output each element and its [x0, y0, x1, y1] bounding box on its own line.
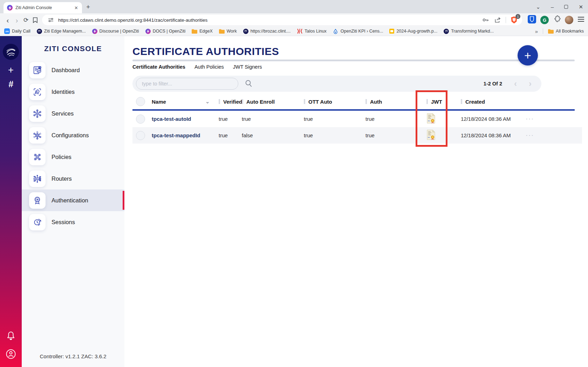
- column-name[interactable]: Name ⌄: [149, 99, 215, 105]
- column-auth[interactable]: Auth: [362, 99, 423, 105]
- bookmarks-bar: zm Daily Call Ziti Edge Managem... Disco…: [0, 27, 588, 36]
- identities-fingerprint-icon: [29, 84, 46, 100]
- column-auto-enroll[interactable]: Auto Enroll: [238, 99, 300, 105]
- sidebar-item-services[interactable]: Services: [22, 103, 124, 124]
- minimize-icon[interactable]: –: [551, 4, 554, 9]
- profile-avatar[interactable]: [565, 16, 573, 24]
- table-row[interactable]: tpca-test-autoId true true true true: [132, 111, 582, 127]
- bookmark-ziti-edge[interactable]: Ziti Edge Managem...: [37, 29, 86, 34]
- bookmark-growth-doc[interactable]: 2024-Aug-growth.p...: [389, 29, 437, 34]
- configurations-network-icon: [29, 127, 46, 144]
- bookmark-icon[interactable]: [31, 15, 39, 25]
- search-icon[interactable]: [245, 79, 253, 88]
- bookmark-openziti-kpi[interactable]: OpenZiti KPI › Cens...: [333, 28, 383, 34]
- ziti-logo-icon[interactable]: [3, 44, 19, 60]
- folder-icon: [192, 28, 197, 34]
- sidebar-item-routers[interactable]: Routers: [22, 168, 124, 189]
- bookmark-transforming-markd[interactable]: Transforming Markd...: [444, 29, 494, 34]
- rail-hash-icon[interactable]: #: [8, 80, 13, 89]
- grammarly-extension-icon[interactable]: G: [540, 16, 549, 24]
- bookmark-edgex[interactable]: EdgeX: [192, 28, 213, 34]
- reload-icon[interactable]: ⟳: [22, 15, 30, 25]
- table-row[interactable]: tpca-test-mappedId true false true true: [132, 127, 582, 144]
- auto-enroll-value: true: [238, 116, 300, 122]
- created-value: 12/18/2024 08:36 AM: [457, 132, 524, 138]
- sidebar-item-policies[interactable]: Policies: [22, 146, 124, 168]
- browser-menu-icon[interactable]: [577, 16, 584, 23]
- url-text[interactable]: https://ctrl.cdaws.clint.demo.openziti.o…: [58, 18, 478, 23]
- jwt-certificate-icon[interactable]: [423, 130, 457, 141]
- slides-icon: [389, 29, 394, 34]
- address-bar[interactable]: https://ctrl.cdaws.clint.demo.openziti.o…: [42, 15, 522, 25]
- bookmark-docs-openziti[interactable]: DOCS | OpenZiti: [145, 29, 186, 34]
- subtabs: Certificate Authorities Auth Policies JW…: [132, 64, 588, 70]
- filter-input[interactable]: [136, 78, 238, 90]
- tab-certificate-authorities[interactable]: Certificate Authorities: [132, 64, 185, 70]
- password-key-icon[interactable]: [481, 15, 490, 25]
- bookmark-discourse-openziti[interactable]: Discourse | OpenZiti: [92, 29, 139, 34]
- jwt-certificate-icon[interactable]: [423, 113, 457, 125]
- bookmark-talos-linux[interactable]: Talos Linux: [297, 28, 327, 34]
- droplet-icon: [333, 28, 339, 34]
- share-icon[interactable]: [493, 15, 502, 25]
- new-tab-button[interactable]: +: [86, 4, 90, 10]
- back-icon[interactable]: ‹: [4, 15, 12, 25]
- row-checkbox[interactable]: [132, 131, 149, 140]
- select-all-checkbox[interactable]: [132, 97, 149, 106]
- column-separator: [461, 99, 462, 104]
- zac-app: + # ZITI CONSOLE: [0, 36, 588, 367]
- bitwarden-extension-icon[interactable]: [528, 15, 536, 25]
- extensions-puzzle-icon[interactable]: [553, 15, 561, 25]
- pagination-next-icon[interactable]: ›: [529, 79, 532, 88]
- add-certificate-authority-button[interactable]: +: [518, 45, 538, 65]
- browser-tab[interactable]: Ziti Admin Console ✕: [4, 2, 82, 13]
- site-info-icon[interactable]: [46, 15, 55, 25]
- sidebar-item-dashboard[interactable]: Dashboard: [22, 59, 124, 81]
- close-window-icon[interactable]: ✕: [579, 4, 583, 9]
- ziti-favicon-icon: [7, 5, 13, 11]
- rail-add-icon[interactable]: +: [8, 65, 14, 75]
- sidebar-item-label: Authentication: [52, 197, 88, 204]
- tab-auth-policies[interactable]: Auth Policies: [194, 64, 224, 70]
- browser-toolbar: ‹ › ⟳ https://ctrl.cdaws.clint.demo.open…: [0, 13, 588, 27]
- ca-name[interactable]: tpca-test-autoId: [149, 116, 215, 122]
- sidebar-item-label: Dashboard: [52, 67, 80, 74]
- brave-shield-icon[interactable]: 1: [510, 15, 519, 25]
- tab-jwt-signers[interactable]: JWT Signers: [233, 64, 262, 70]
- bookmark-daily-call[interactable]: zm Daily Call: [4, 28, 30, 34]
- sort-chevron-icon[interactable]: ⌄: [205, 99, 210, 104]
- version-footer: Controller: v1.2.1 ZAC: 3.6.2: [22, 353, 124, 359]
- sidebar-item-sessions[interactable]: Sessions: [22, 211, 124, 233]
- ca-name[interactable]: tpca-test-mappedId: [149, 132, 215, 138]
- sidebar-item-configurations[interactable]: Configurations: [22, 124, 124, 146]
- column-separator: [426, 99, 428, 104]
- forward-icon[interactable]: ›: [13, 15, 21, 25]
- dashboard-icon: [29, 62, 46, 78]
- pagination-prev-icon[interactable]: ‹: [514, 79, 517, 88]
- column-jwt[interactable]: JWT: [423, 99, 457, 105]
- row-checkbox[interactable]: [132, 115, 149, 124]
- all-bookmarks-button[interactable]: All Bookmarks: [548, 28, 584, 34]
- column-verified[interactable]: Verified: [215, 99, 238, 105]
- column-ott-auto[interactable]: OTT Auto: [300, 99, 362, 105]
- main-content: CERTIFICATE AUTHORITIES + Certificate Au…: [124, 36, 588, 367]
- bookmarks-overflow-icon[interactable]: »: [535, 28, 538, 34]
- title-divider: [132, 60, 575, 61]
- ziti-globe-icon: [243, 29, 248, 34]
- maximize-icon[interactable]: [564, 5, 568, 9]
- notifications-bell-icon[interactable]: [6, 331, 15, 342]
- row-actions-menu-icon[interactable]: ···: [524, 116, 582, 122]
- account-icon[interactable]: [6, 349, 16, 361]
- table-body: tpca-test-autoId true true true true: [132, 111, 588, 144]
- bookmark-brozac[interactable]: https://brozac.clint....: [243, 29, 291, 34]
- tab-close-icon[interactable]: ✕: [73, 5, 79, 11]
- tab-search-chevron-icon[interactable]: ⌄: [536, 4, 541, 9]
- sidebar-item-authentication[interactable]: Authentication: [22, 189, 124, 211]
- bookmark-work[interactable]: Work: [219, 28, 237, 34]
- row-actions-menu-icon[interactable]: ···: [524, 132, 582, 138]
- policies-gears-icon: [29, 149, 46, 165]
- column-created[interactable]: Created: [457, 99, 524, 105]
- tab-title: Ziti Admin Console: [15, 5, 70, 10]
- shield-badge: 1: [515, 14, 520, 19]
- sidebar-item-identities[interactable]: Identities: [22, 81, 124, 103]
